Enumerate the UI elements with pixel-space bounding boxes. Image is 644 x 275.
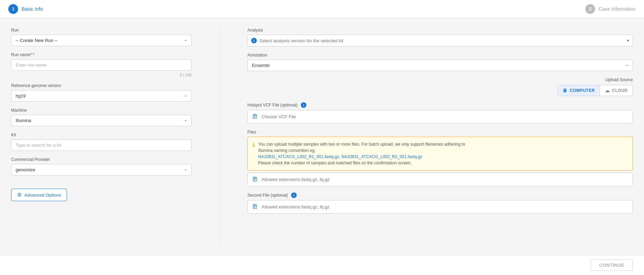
ref-genome-label: Reference genome version <box>11 83 192 88</box>
annotation-label: Annotation <box>247 53 633 58</box>
computer-label: COMPUTER <box>570 88 595 93</box>
main-content: Run -- Create New Run -- Run name* 0 / 1… <box>0 18 644 254</box>
upload-toggle: 🖥 COMPUTER ☁ CLOUD <box>557 85 633 96</box>
continue-button[interactable]: CONTINUE <box>591 259 633 271</box>
cloud-label: CLOUD <box>612 88 628 93</box>
run-field-group: Run -- Create New Run -- <box>11 28 192 46</box>
files-upload[interactable]: 🖹 Allowed extensions:fastq.gz,.fq.gz <box>247 173 633 186</box>
stepper-bar: 1 Basic Info 2 Case Information <box>0 0 644 18</box>
step-1: 1 Basic Info <box>8 4 43 14</box>
kit-input[interactable] <box>11 139 192 151</box>
kit-label: Kit <box>11 132 192 137</box>
annotation-field-group: Annotation Ensembl <box>247 53 633 71</box>
step-2-label: Case Information <box>599 6 636 12</box>
upload-source-label: Upload Source <box>605 77 633 82</box>
machine-label: Machine <box>11 108 192 113</box>
advanced-options-button[interactable]: ⚙ Advanced Options <box>11 189 67 201</box>
step-1-label: Basic Info <box>22 6 43 12</box>
cloud-icon: ☁ <box>605 88 610 93</box>
commercial-provider-label: Commercial Provider <box>11 157 192 162</box>
machine-select[interactable]: Illumina <box>11 115 192 126</box>
second-file-file-icon: 🖹 <box>252 203 258 210</box>
cloud-toggle-button[interactable]: ☁ CLOUD <box>600 85 633 96</box>
hotspot-vcf-upload[interactable]: 🖹 Choose VCF File <box>247 110 633 123</box>
hotspot-vcf-field-group: Hotspot VCF File (optional) i 🖹 Choose V… <box>247 102 633 123</box>
files-field-group: Files ℹ You can upload multiple samples … <box>247 130 633 186</box>
analysis-field-group: Analysis i Select analysis version for t… <box>247 28 633 46</box>
second-file-info-icon: i <box>291 192 297 198</box>
run-label: Run <box>11 28 192 33</box>
machine-field-group: Machine Illumina <box>11 108 192 126</box>
second-file-label: Second File (optional) i <box>247 192 633 198</box>
commercial-provider-field-group: Commercial Provider genomize <box>11 157 192 175</box>
kit-field-group: Kit <box>11 132 192 151</box>
analysis-label: Analysis <box>247 28 633 33</box>
annotation-select[interactable]: Ensembl <box>247 60 633 71</box>
ref-genome-select[interactable]: hg19 <box>11 90 192 102</box>
hotspot-vcf-label: Hotspot VCF File (optional) i <box>247 102 633 108</box>
ref-genome-field-group: Reference genome version hg19 <box>11 83 192 102</box>
second-file-field-group: Second File (optional) i 🖹 Allowed exten… <box>247 192 633 214</box>
file-icon: 🖹 <box>252 113 258 120</box>
run-name-field-group: Run name* 0 / 100 <box>11 52 192 77</box>
hotspot-vcf-info-icon: i <box>301 102 306 108</box>
analysis-placeholder: Select analysis version for the selected… <box>260 38 624 43</box>
step-2-circle: 2 <box>585 4 595 14</box>
monitor-icon: 🖥 <box>562 88 568 93</box>
advanced-options-label: Advanced Options <box>24 192 61 198</box>
run-select[interactable]: -- Create New Run -- <box>11 35 192 46</box>
files-info-box: ℹ You can upload multiple samples with t… <box>247 137 633 171</box>
commercial-provider-select[interactable]: genomize <box>11 164 192 175</box>
files-label: Files <box>247 130 633 135</box>
files-allowed-text: Allowed extensions:fastq.gz,.fq.gz <box>262 177 628 182</box>
footer: CONTINUE <box>0 255 644 275</box>
analysis-select-wrapper[interactable]: i Select analysis version for the select… <box>247 35 633 46</box>
computer-toggle-button[interactable]: 🖥 COMPUTER <box>558 85 600 96</box>
second-file-upload[interactable]: 🖹 Allowed extensions:fastq.gz,.fq.gz <box>247 200 633 214</box>
run-name-label: Run name* <box>11 52 192 57</box>
step-1-circle: 1 <box>8 4 18 14</box>
info-circle-icon: ℹ <box>253 142 255 148</box>
analysis-info-icon: i <box>251 38 257 43</box>
files-info-text: You can upload multiple samples with two… <box>258 141 465 166</box>
panel-divider <box>219 28 220 244</box>
gear-icon: ⚙ <box>17 192 22 198</box>
analysis-chevron-icon: ▾ <box>627 38 629 43</box>
left-panel: Run -- Create New Run -- Run name* 0 / 1… <box>11 28 192 244</box>
upload-source-section: Upload Source 🖥 COMPUTER ☁ CLOUD <box>247 77 633 96</box>
step-2: 2 Case Information <box>585 4 636 14</box>
run-name-input[interactable] <box>11 59 192 71</box>
right-panel: Analysis i Select analysis version for t… <box>247 28 633 244</box>
files-file-icon: 🖹 <box>252 176 258 183</box>
hotspot-vcf-placeholder: Choose VCF File <box>262 114 628 119</box>
second-file-allowed-text: Allowed extensions:fastq.gz,.fq.gz <box>262 204 628 209</box>
run-name-char-count: 0 / 100 <box>11 73 192 77</box>
